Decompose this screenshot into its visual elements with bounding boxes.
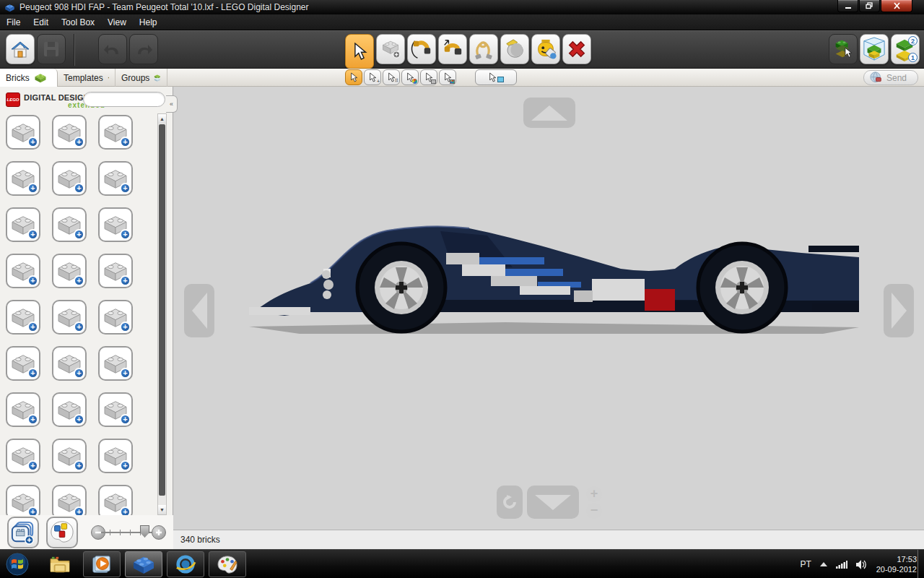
redo-button[interactable] — [129, 34, 158, 64]
close-button[interactable] — [881, 0, 912, 12]
color-select-button[interactable] — [401, 69, 419, 85]
model-car-peugeot-908[interactable] — [173, 87, 924, 530]
zoom-in-button[interactable] — [152, 525, 166, 540]
home-button[interactable] — [6, 34, 35, 64]
palette-brick-wedge-brick-right[interactable]: + — [98, 161, 133, 196]
build-mode-button[interactable] — [829, 34, 858, 64]
menu-view[interactable]: View — [101, 15, 133, 30]
network-icon[interactable] — [836, 560, 847, 569]
palette-scrollbar[interactable]: ▲ ▼ — [157, 113, 167, 515]
show-desktop-button[interactable] — [918, 550, 924, 578]
add-brick-plus-icon: + — [27, 506, 38, 515]
add-brick-plus-icon: + — [74, 460, 84, 471]
collapse-sidebar-button[interactable]: « — [166, 95, 178, 113]
rotate-view-button[interactable] — [497, 486, 523, 519]
taskbar-paint[interactable] — [209, 551, 246, 577]
palette-brick-curved-half-arch[interactable]: + — [6, 207, 40, 242]
hinge-align-tool-button[interactable] — [438, 34, 467, 64]
palette-brick-brick-round-2x2[interactable]: + — [52, 115, 87, 150]
select-tool-button[interactable] — [345, 34, 374, 69]
clone-tool-button[interactable] — [376, 34, 405, 64]
palette-brick-pneumatic-tube[interactable]: + — [52, 392, 87, 427]
tab-templates[interactable]: Templates — [58, 69, 116, 87]
palette-brick-curved-slope-2x2[interactable]: + — [98, 254, 133, 288]
taskbar-windows-media-player[interactable] — [83, 551, 121, 577]
palette-brick-brick-1x1-headlight[interactable]: + — [98, 115, 133, 150]
single-select-button[interactable] — [345, 69, 362, 85]
language-indicator[interactable]: PT — [800, 559, 811, 569]
palette-brick-slope-plate[interactable]: + — [6, 254, 40, 288]
palette-brick-technic-gear-wheel[interactable]: + — [52, 300, 87, 335]
palette-brick-slope-brick-2x2[interactable]: + — [52, 161, 87, 196]
pan-left-button[interactable] — [184, 284, 214, 337]
add-brick-plus-icon: + — [74, 506, 84, 515]
palette-brick-technic-beam-3[interactable]: + — [52, 346, 87, 381]
taskbar-lego-digital-designer[interactable] — [125, 551, 162, 577]
pan-right-button[interactable] — [884, 284, 914, 337]
multi-select-button[interactable]: ⠿ — [383, 69, 400, 85]
palette-brick-ring-element[interactable]: + — [98, 439, 133, 473]
palette-brick-wedge-plate-3x3[interactable]: + — [98, 207, 133, 242]
delete-tool-button[interactable] — [562, 34, 591, 64]
hide-tool-button[interactable] — [531, 34, 560, 64]
view-mode-button[interactable] — [860, 34, 889, 64]
hinge-tool-button[interactable] — [407, 34, 436, 64]
color-palette-button[interactable] — [46, 517, 78, 548]
palette-brick-brick-2x3[interactable]: + — [6, 115, 40, 150]
palette-brick-technic-axle[interactable]: + — [98, 346, 133, 381]
scroll-down-arrow-icon[interactable]: ▼ — [158, 505, 166, 514]
palette-brick-door-frame[interactable]: + — [6, 300, 40, 335]
palette-brick-fence-grid[interactable]: + — [98, 485, 133, 515]
palette-brick-technic-pin-connector[interactable]: + — [6, 346, 40, 381]
palette-brick-technic-gear-24[interactable]: + — [6, 392, 40, 427]
pan-down-button[interactable] — [527, 486, 579, 519]
windows-taskbar: PT 17:53 20-09-2012 — [0, 549, 924, 578]
menu-help[interactable]: Help — [133, 15, 164, 30]
build-canvas[interactable]: + − — [173, 87, 924, 530]
palette-brick-technic-brick-1x4[interactable]: + — [6, 161, 40, 196]
search-input[interactable] — [83, 92, 165, 107]
palette-brick-minifig-wrench[interactable]: + — [6, 439, 40, 473]
canvas-zoom-in-button[interactable]: + — [586, 486, 602, 502]
menu-edit[interactable]: Edit — [27, 15, 55, 30]
restore-button[interactable] — [859, 0, 880, 12]
send-globe-icon — [870, 72, 882, 84]
tab-groups[interactable]: Groups — [116, 69, 167, 87]
paint-tool-button[interactable] — [500, 34, 529, 64]
flex-tool-button[interactable] — [469, 34, 498, 64]
minimize-button[interactable] — [837, 0, 858, 12]
clock[interactable]: 17:53 20-09-2012 — [876, 554, 917, 574]
tab-bricks[interactable]: Bricks — [0, 69, 58, 87]
taskbar-internet-explorer[interactable] — [167, 551, 204, 577]
brick-select-button[interactable] — [420, 69, 437, 85]
save-button[interactable] — [37, 34, 66, 64]
hidden-icons-chevron[interactable] — [820, 562, 827, 566]
palette-brick-engine-cylinder[interactable]: + — [98, 300, 133, 335]
brick-box-button[interactable] — [7, 517, 39, 548]
volume-icon[interactable] — [856, 560, 868, 569]
add-select-button[interactable]: + — [364, 69, 381, 85]
send-button[interactable]: Send — [863, 70, 918, 85]
drag-select-button[interactable] — [475, 69, 517, 85]
palette-brick-ship-wheel[interactable]: + — [52, 485, 87, 515]
menu-file[interactable]: File — [0, 15, 27, 30]
canvas-zoom-out-button[interactable]: − — [586, 503, 602, 519]
palette-brick-horn-element[interactable]: + — [6, 485, 40, 515]
slider-thumb[interactable] — [140, 525, 149, 538]
menu-toolbox[interactable]: Tool Box — [55, 15, 101, 30]
palette-brick-plate-2x2[interactable]: + — [52, 207, 87, 242]
undo-button[interactable] — [98, 34, 127, 64]
building-guide-mode-button[interactable]: 2 1 — [891, 34, 920, 64]
color-brick-select-button[interactable] — [439, 69, 456, 85]
toolbar-separator — [74, 34, 74, 66]
start-button[interactable] — [4, 551, 31, 577]
scrollbar-thumb[interactable] — [159, 124, 165, 496]
taskbar-windows-explorer[interactable] — [41, 551, 79, 577]
palette-brick-mudguard-arch[interactable]: + — [52, 439, 87, 473]
lego-logo: LEGO — [6, 92, 20, 107]
pan-up-button[interactable] — [523, 98, 575, 128]
palette-brick-roof-corner[interactable]: + — [98, 392, 133, 427]
palette-brick-technic-brick-1x2[interactable]: + — [52, 254, 87, 288]
brick-box-icon — [11, 520, 35, 545]
scroll-up-arrow-icon[interactable]: ▲ — [158, 114, 166, 124]
